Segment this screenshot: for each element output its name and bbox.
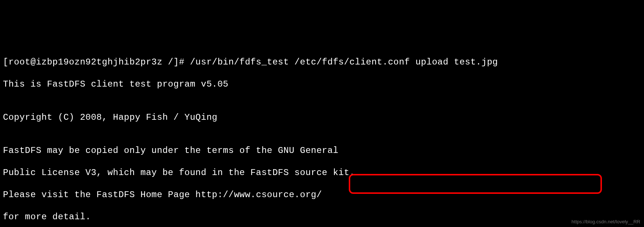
copyright-line: Copyright (C) 2008, Happy Fish / YuQing [3,112,641,123]
terminal-output: [root@izbp19ozn92tghjhib2pr3z /]# /usr/b… [3,46,641,227]
program-title: This is FastDFS client test program v5.0… [3,79,641,90]
homepage-line: Please visit the FastDFS Home Page http:… [3,189,641,200]
license-line-2: Public License V3, which may be found in… [3,167,641,178]
detail-line: for more detail. [3,212,641,223]
command-line: [root@izbp19ozn92tghjhib2pr3z /]# /usr/b… [3,57,641,68]
license-line-1: FastDFS may be copied only under the ter… [3,145,641,156]
watermark-text: https://blog.csdn.net/lovely__RR [572,219,640,225]
